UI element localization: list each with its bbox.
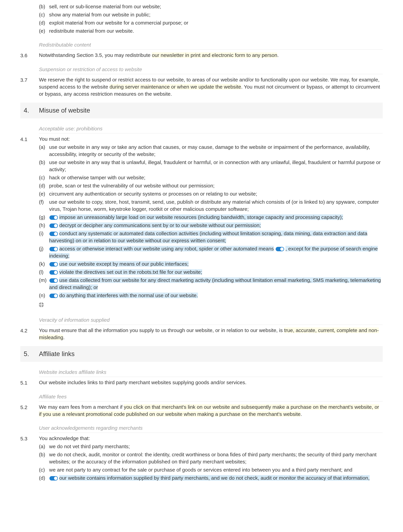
sub-letter: (e) bbox=[39, 27, 49, 35]
sub-g: (g)impose an unreasonably large load on … bbox=[39, 214, 383, 221]
sub-n: (n)do anything that interferes with the … bbox=[39, 292, 383, 299]
clause-5-2: 5.2 We may earn fees from a merchant if … bbox=[20, 404, 383, 418]
sub-text: we are not party to any contract for the… bbox=[49, 466, 383, 473]
text: . bbox=[277, 52, 278, 58]
sub-text: show any material from our website in pu… bbox=[49, 11, 383, 18]
toggle-icon[interactable] bbox=[50, 223, 58, 228]
sub-c: (c) show any material from our website i… bbox=[39, 11, 383, 18]
clause-num-empty bbox=[20, 2, 39, 35]
clause-3-7: 3.7 We reserve the right to suspend or r… bbox=[20, 76, 383, 98]
text: . bbox=[63, 335, 64, 340]
section-title: Affiliate links bbox=[39, 349, 75, 358]
sub-a: (a)we do not vet third party merchants; bbox=[39, 443, 383, 450]
sub-b: (b)we do not check, audit, monitor or co… bbox=[39, 451, 383, 465]
sub-text: use our website in any way or take any a… bbox=[49, 144, 383, 158]
clause-body: (b) sell, rent or sub-license material f… bbox=[39, 2, 383, 35]
sub-text: we do not check, audit, monitor or contr… bbox=[49, 451, 383, 465]
clause-4-1: 4.1 You must not: (a)use our website in … bbox=[20, 135, 383, 310]
section-title: Misuse of website bbox=[39, 106, 90, 115]
sub-text: access or otherwise interact with our we… bbox=[59, 246, 274, 251]
clause-num: 4.2 bbox=[20, 327, 39, 341]
sub-text: redistribute material from our website. bbox=[49, 27, 383, 35]
sub-text: use our website except by means of our p… bbox=[59, 261, 189, 267]
toggle-icon[interactable] bbox=[50, 262, 58, 266]
sub-text: violate the directives set out in the ro… bbox=[59, 269, 202, 275]
sub-d: (d) exploit material from our website fo… bbox=[39, 19, 383, 26]
toggle-icon[interactable] bbox=[50, 215, 58, 220]
toggle-icon[interactable] bbox=[50, 476, 58, 481]
sub-text: use data collected from our website for … bbox=[49, 277, 381, 290]
clause-num: 5.1 bbox=[20, 379, 39, 386]
sub-c: (c)we are not party to any contract for … bbox=[39, 466, 383, 473]
clause-num: 5.2 bbox=[20, 404, 39, 418]
sub-d: (d)our website contains information supp… bbox=[39, 475, 383, 481]
subtitle-affiliate-1: Website includes affiliate links bbox=[39, 367, 383, 377]
section-num: 5. bbox=[24, 349, 39, 358]
clause-4-2: 4.2 You must ensure that all the informa… bbox=[20, 327, 383, 341]
sub-text: impose an unreasonably large load on our… bbox=[59, 214, 343, 220]
sub-text: our website contains information supplie… bbox=[59, 475, 370, 481]
subtitle-veracity: Veracity of information supplied bbox=[39, 315, 383, 325]
sub-m: (m)use data collected from our website f… bbox=[39, 277, 383, 291]
toggle-icon[interactable] bbox=[50, 278, 58, 283]
sub-d: (d)probe, scan or test the vulnerability… bbox=[39, 182, 383, 189]
sub-h: (h)decrypt or decipher any communication… bbox=[39, 222, 383, 229]
sub-b: (b) sell, rent or sub-license material f… bbox=[39, 3, 383, 10]
subtitle-suspension: Suspension or restriction of access to w… bbox=[39, 64, 383, 74]
text: . bbox=[301, 411, 302, 417]
clause-num: 4.1 bbox=[20, 135, 39, 310]
sub-text: use our website to copy, store, host, tr… bbox=[49, 198, 383, 213]
sub-k: (k)use our website except by means of ou… bbox=[39, 260, 383, 267]
sub-text: do anything that interferes with the nor… bbox=[59, 293, 198, 298]
text: Notwithstanding Section 3.5, you may red… bbox=[39, 52, 152, 58]
clause-body: We may earn fees from a merchant if you … bbox=[39, 404, 383, 418]
sub-b: (b)use our website in any way that is un… bbox=[39, 159, 383, 173]
clause-body: We reserve the right to suspend or restr… bbox=[39, 76, 383, 98]
clause-body: You acknowledge that: (a)we do not vet t… bbox=[39, 435, 383, 481]
clause-num: 3.6 bbox=[20, 52, 39, 59]
toggle-icon[interactable] bbox=[50, 270, 58, 275]
toggle-icon[interactable] bbox=[50, 247, 58, 251]
clause-body: Our website includes links to third part… bbox=[39, 379, 383, 386]
clause-num: 5.3 bbox=[20, 435, 39, 481]
highlight: our newsletter in print and electronic f… bbox=[152, 52, 277, 58]
sub-text: hack or otherwise tamper with our websit… bbox=[49, 174, 383, 181]
sub-text: decrypt or decipher any communications s… bbox=[59, 222, 261, 228]
clause-body: Notwithstanding Section 3.5, you may red… bbox=[39, 52, 383, 59]
toggle-icon[interactable] bbox=[50, 294, 58, 298]
sub-text: circumvent any authentication or securit… bbox=[49, 190, 383, 197]
sub-text: sell, rent or sub-license material from … bbox=[49, 3, 383, 10]
toggle-icon[interactable] bbox=[50, 232, 58, 236]
sub-f: (f)use our website to copy, store, host,… bbox=[39, 198, 383, 213]
sub-j: (j)access or otherwise interact with our… bbox=[39, 245, 383, 260]
section-num: 4. bbox=[24, 106, 39, 115]
intro: You acknowledge that: bbox=[39, 435, 383, 442]
subtitle-redistributable: Redistributable content bbox=[39, 40, 383, 50]
clause-3-5-cont: (b) sell, rent or sub-license material f… bbox=[20, 2, 383, 35]
sub-a: (a)use our website in any way or take an… bbox=[39, 144, 383, 158]
sub-letter: (b) bbox=[39, 3, 49, 10]
sub-text: use our website in any way that is unlaw… bbox=[49, 159, 383, 173]
subtitle-acceptable-use: Acceptable use: prohibitions bbox=[39, 123, 383, 133]
sub-text: we do not vet third party merchants; bbox=[49, 443, 383, 450]
subtitle-affiliate-2: Affiliate fees bbox=[39, 392, 383, 401]
text: You must ensure that all the information… bbox=[39, 328, 284, 333]
sub-l: (l)violate the directives set out in the… bbox=[39, 269, 383, 276]
clause-body: You must not: (a)use our website in any … bbox=[39, 135, 383, 310]
clause-body: You must ensure that all the information… bbox=[39, 327, 383, 341]
section-5-heading: 5. Affiliate links bbox=[20, 346, 383, 362]
sub-e: (e) redistribute material from our websi… bbox=[39, 27, 383, 35]
sub-text: exploit material from our website for a … bbox=[49, 19, 383, 26]
clause-5-1: 5.1 Our website includes links to third … bbox=[20, 379, 383, 386]
sub-i: (i)conduct any systematic or automated d… bbox=[39, 230, 383, 244]
add-item-icon[interactable] bbox=[39, 302, 44, 307]
intro: You must not: bbox=[39, 135, 383, 143]
toggle-icon[interactable] bbox=[276, 247, 284, 251]
sub-letter: (c) bbox=[39, 11, 49, 18]
clause-3-6: 3.6 Notwithstanding Section 3.5, you may… bbox=[20, 52, 383, 59]
clause-5-3: 5.3 You acknowledge that: (a)we do not v… bbox=[20, 435, 383, 481]
highlight: during server maintenance or when we upd… bbox=[110, 84, 241, 89]
sub-c: (c)hack or otherwise tamper with our web… bbox=[39, 174, 383, 181]
section-4-heading: 4. Misuse of website bbox=[20, 103, 383, 118]
subtitle-affiliate-3: User acknowledgements regarding merchant… bbox=[39, 423, 383, 433]
